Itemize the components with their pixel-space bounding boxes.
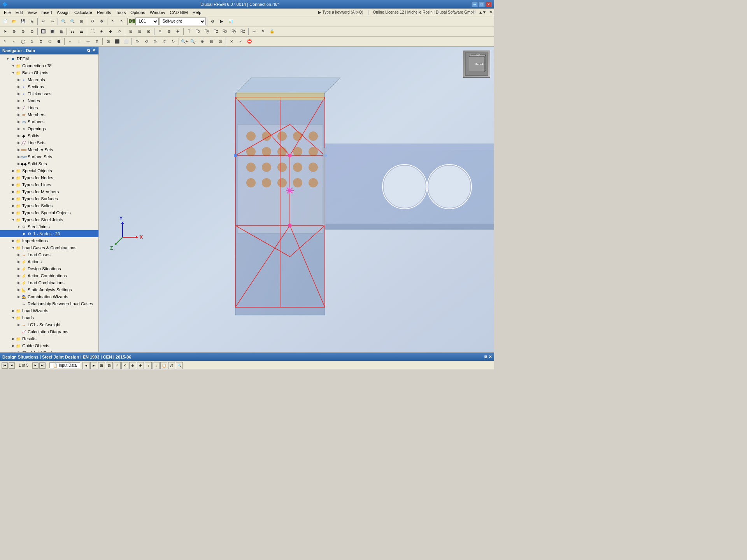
tree-load-cases-combinations[interactable]: ▼ 📁 Load Cases & Combinations [0,244,98,251]
tb2-btn19[interactable]: ✚ [174,27,182,36]
tb2-btn3[interactable]: ⊗ [19,27,27,36]
tb3-btn21[interactable]: 🔍- [189,37,198,46]
print-btn[interactable]: 🖨 [28,17,36,26]
tree-types-members[interactable]: ▶ 📁 Types for Members [0,188,98,195]
tree-types-surfaces[interactable]: ▶ 📁 Types for Surfaces [0,195,98,202]
tb2-lock[interactable]: 🔒 [268,27,276,36]
tree-sections[interactable]: ▶ ▪ Sections [0,83,98,90]
close-button[interactable]: ✕ [486,2,492,7]
tb3-btn18[interactable]: ↺ [160,37,168,46]
calc-btn[interactable]: ▶ [217,17,226,26]
tb3-btn23[interactable]: ⊟ [207,37,216,46]
deselect-btn[interactable]: ↖ [117,17,126,26]
expand-icon[interactable]: ▲▼ [479,10,486,14]
tree-relationship-load-cases[interactable]: ▶ ↔ Relationship Between Load Cases [0,300,98,307]
select-btn[interactable]: ↖ [109,17,117,26]
menu-window[interactable]: Window [147,10,167,15]
tree-types-steel-joints[interactable]: ▼ 📁 Types for Steel Joints [0,216,98,223]
tb2-btn23[interactable]: Tz [212,27,220,36]
tb3-btn10[interactable]: ⇔ [84,37,92,46]
tb3-btn5[interactable]: ⧗ [37,37,45,46]
open-btn[interactable]: 📂 [10,17,18,26]
page-first-btn[interactable]: |◄ [2,362,8,369]
tb3-btn13[interactable]: ⬛ [113,37,121,46]
menu-help[interactable]: Help [190,10,204,15]
results-btn[interactable]: 📊 [226,17,235,26]
navigation-cube[interactable]: Front Top [463,51,490,78]
tb2-btn14[interactable]: ⊞ [126,27,135,36]
tree-results[interactable]: ▶ 📁 Results [0,335,98,342]
bt-btn11[interactable]: 📋 [160,362,167,369]
tree-static-analysis[interactable]: ▶ 📐 Static Analysis Settings [0,286,98,293]
zoom-in-btn[interactable]: 🔍 [59,17,68,26]
bt-btn3[interactable]: ⊞ [98,362,105,369]
tree-action-combinations[interactable]: ▶ ⚡ Action Combinations [0,272,98,279]
redo-btn[interactable]: ↪ [48,17,56,26]
tree-guide-objects[interactable]: ▶ 📁 Guide Objects [0,342,98,349]
pan-btn[interactable]: ✥ [97,17,106,26]
bt-btn13[interactable]: 🔍 [176,362,183,369]
menu-tools[interactable]: Tools [113,10,128,15]
tb3-btn2[interactable]: ○ [10,37,18,46]
menu-edit[interactable]: Edit [13,10,25,15]
menu-view[interactable]: View [25,10,39,15]
zoom-out-btn[interactable]: 🔍 [68,17,77,26]
input-data-button[interactable]: 📋 Input Data [49,362,80,368]
menu-calculate[interactable]: Calculate [72,10,95,15]
tb3-btn6[interactable]: ⬡ [46,37,54,46]
tb2-btn7[interactable]: ▦ [57,27,65,36]
tb2-btn15[interactable]: ⊟ [135,27,144,36]
bt-btn1[interactable]: ◄ [82,362,89,369]
tree-openings[interactable]: ▶ ○ Openings [0,125,98,132]
tree-steel-joint-1[interactable]: ▶ ⚙ 1 - Nodes : 20 [0,230,98,237]
tree-types-special[interactable]: ▶ 📁 Types for Special Objects [0,209,98,216]
tb2-btn16[interactable]: ⊠ [144,27,153,36]
tb2-btn24[interactable]: Rx [221,27,229,36]
tree-materials[interactable]: ▶ ▪ Materials [0,76,98,83]
tree-line-sets[interactable]: ▶ ╱╱ Line Sets [0,139,98,146]
tb2-btn21[interactable]: Tx [194,27,202,36]
tb2-btn2[interactable]: ⊕ [10,27,18,36]
tb3-btn4[interactable]: ⧖ [28,37,36,46]
tree-loads[interactable]: ▼ 📁 Loads [0,314,98,321]
page-last-btn[interactable]: ►| [39,362,46,369]
tree-solid-sets[interactable]: ▶ ◆◆ Solid Sets [0,160,98,167]
bottom-close-btn[interactable]: ✕ [489,355,492,359]
maximize-button[interactable]: □ [479,2,485,7]
tree-special-objects[interactable]: ▶ 📁 Special Objects [0,167,98,174]
tree-steel-joints[interactable]: ▼ ⚙ Steel Joints [0,223,98,230]
tree-imperfections[interactable]: ▶ 📁 Imperfections [0,237,98,244]
page-next-btn[interactable]: ► [32,362,39,369]
tb3-btn26[interactable]: ✓ [236,37,245,46]
tree-combination-wizards[interactable]: ▶ 🧙 Combination Wizards [0,293,98,300]
settings-btn[interactable]: ⚙ [209,17,217,26]
tree-member-sets[interactable]: ▶ ══ Member Sets [0,146,98,153]
tree-nodes[interactable]: ▶ • Nodes [0,97,98,104]
nav-close-btn[interactable]: ✕ [91,48,96,53]
tb2-btn8[interactable]: ☷ [68,27,77,36]
bt-btn5[interactable]: ✓ [114,362,121,369]
tree-calc-diagrams[interactable]: ▶ 📈 Calculation Diagrams [0,328,98,335]
tb2-btn22[interactable]: Ty [203,27,211,36]
tb3-btn9[interactable]: ↕ [75,37,83,46]
menu-cad-bim[interactable]: CAD-BIM [167,10,190,15]
tb3-btn3[interactable]: ◯ [19,37,27,46]
tb3-btn25[interactable]: ✕ [227,37,236,46]
page-prev-btn[interactable]: ◄ [9,362,15,369]
tree-types-nodes[interactable]: ▶ 📁 Types for Nodes [0,174,98,181]
menu-file[interactable]: File [2,10,13,15]
tb2-btn9[interactable]: ☰ [77,27,86,36]
tb2-btn1[interactable]: ➤ [1,27,9,36]
tb3-btn1[interactable]: ↖ [1,37,9,46]
zoom-fit-btn[interactable]: ⊞ [77,17,86,26]
tree-solids[interactable]: ▶ ◆ Solids [0,132,98,139]
bt-btn2[interactable]: ► [90,362,97,369]
tree-lines[interactable]: ▶ ╱ Lines [0,104,98,111]
tb2-btn25[interactable]: Ry [230,27,238,36]
tb2-btn12[interactable]: ◆ [106,27,115,36]
tb3-btn20[interactable]: 🔍+ [180,37,189,46]
bt-btn4[interactable]: ⊟ [106,362,113,369]
tb2-delete[interactable]: ✕ [259,27,267,36]
lc-combo[interactable]: LC1 [135,18,159,25]
tree-lc1[interactable]: ▶ → LC1 - Self-weight [0,321,98,328]
